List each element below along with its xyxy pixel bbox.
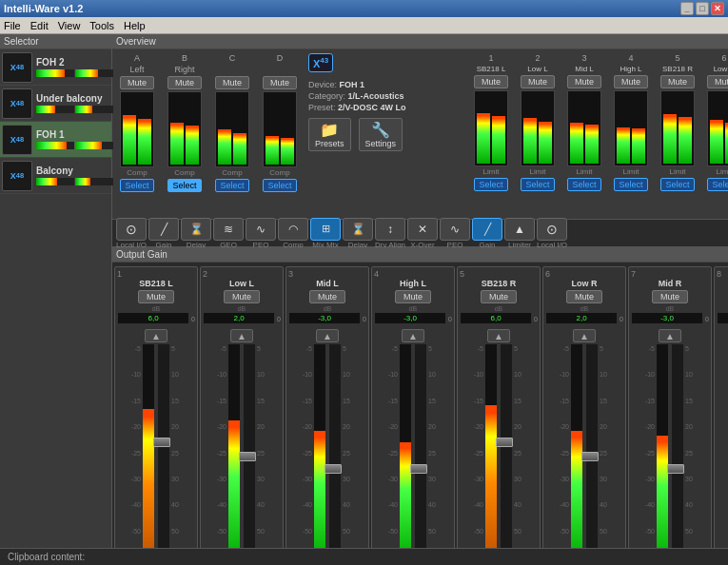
fader-up-6[interactable]: ▲ — [573, 329, 596, 342]
delay2-button[interactable]: ⌛ — [343, 218, 373, 241]
fader-handle-1[interactable] — [153, 438, 170, 447]
mute-out3[interactable]: Mute — [567, 75, 601, 88]
fader-up-3[interactable]: ▲ — [316, 329, 339, 342]
fader-track-5[interactable] — [500, 343, 513, 548]
fader-up-1[interactable]: ▲ — [145, 329, 167, 342]
mute-out4[interactable]: Mute — [614, 75, 648, 88]
mute-b[interactable]: Mute — [167, 76, 202, 89]
presets-button[interactable]: 📁 Presets — [308, 118, 351, 151]
fader-up-2[interactable]: ▲ — [230, 329, 253, 342]
menu-tools[interactable]: Tools — [89, 20, 114, 31]
fader-up-7[interactable]: ▲ — [659, 329, 681, 342]
fader-track-7[interactable] — [671, 343, 684, 548]
geq-button[interactable]: ≋ — [213, 218, 244, 241]
fader-meter-4 — [399, 343, 412, 548]
output-channel-8: 8 High R Mute dB -3,0 0 ▲ -5 -10 -15 -20… — [714, 266, 728, 548]
selector-item-balcony2[interactable]: X48 Balcony — [0, 158, 111, 194]
peq-left-button[interactable]: ∿ — [246, 218, 276, 241]
menu-help[interactable]: Help — [124, 20, 146, 31]
select-a[interactable]: Select — [120, 179, 154, 192]
mute-a[interactable]: Mute — [120, 76, 154, 89]
selector-item-foh2[interactable]: X48 FOH 2 — [0, 49, 111, 86]
mute-out-6[interactable]: Mute — [566, 290, 602, 303]
select-b[interactable]: Select — [167, 179, 202, 192]
fader-handle-5[interactable] — [496, 438, 513, 447]
output-channel-2: 2 Low L Mute dB 2,0 0 ▲ -5 -10 -15 -20 -… — [200, 266, 284, 548]
channel-c: C Mute Comp Select — [209, 53, 255, 215]
fader-track-3[interactable] — [328, 343, 342, 548]
mute-d[interactable]: Mute — [263, 76, 297, 89]
db-readout-5: 6,0 — [460, 312, 532, 324]
gain-button[interactable]: ╱ — [148, 218, 179, 241]
close-button[interactable]: ✕ — [711, 2, 724, 15]
device-name: FOH 1 — [340, 80, 365, 89]
main-layout: Selector X48 FOH 2 X48 Under balcony — [0, 34, 728, 548]
device-preset: 2/V-DOSC 4W Lo — [338, 103, 406, 112]
drv-align-button[interactable]: ↕ — [375, 218, 405, 241]
db-readout-7: -3,0 — [631, 312, 703, 324]
select-out1[interactable]: Select — [474, 178, 508, 191]
mute-out-2[interactable]: Mute — [224, 290, 260, 303]
limiter-button[interactable]: ▲ — [504, 218, 535, 241]
mute-out-4[interactable]: Mute — [395, 290, 431, 303]
delay-button[interactable]: ⌛ — [181, 218, 211, 241]
ch-num-3: 3 — [288, 269, 293, 279]
mute-out-5[interactable]: Mute — [481, 290, 517, 303]
fader-handle-6[interactable] — [581, 452, 599, 461]
select-c[interactable]: Select — [215, 179, 249, 192]
channel-b: B Right Mute Comp Select — [162, 53, 207, 215]
fader-up-4[interactable]: ▲ — [402, 329, 424, 342]
ch-num-5: 5 — [460, 269, 464, 279]
select-out4[interactable]: Select — [614, 178, 648, 191]
output-section: Output Gain ▪ ▪ 1 SB218 L Mute dB 6,0 0 … — [112, 247, 728, 548]
mute-out6[interactable]: Mute — [707, 75, 728, 88]
fader-handle-2[interactable] — [239, 452, 256, 461]
local-io-right-button[interactable]: ⊙ — [537, 218, 567, 241]
menu-file[interactable]: File — [4, 20, 21, 31]
mute-out1[interactable]: Mute — [474, 75, 508, 88]
meter-out2 — [521, 90, 555, 166]
peq-right-button[interactable]: ∿ — [440, 218, 470, 241]
x48-logo-3: X48 — [2, 125, 32, 155]
fader-track-6[interactable] — [585, 343, 599, 548]
menu-edit[interactable]: Edit — [30, 20, 49, 31]
select-out5[interactable]: Select — [660, 178, 695, 191]
fader-track-2[interactable] — [243, 343, 256, 548]
menu-view[interactable]: View — [58, 20, 81, 31]
selector-item-underbalcony[interactable]: X48 Under balcony — [0, 86, 111, 122]
out-ch-5-top: 5 SB218 R Mute Limit Select — [655, 53, 700, 215]
select-d[interactable]: Select — [263, 179, 297, 192]
select-out2[interactable]: Select — [521, 178, 555, 191]
x48-logo: X48 — [2, 52, 32, 83]
select-out6[interactable]: Select — [707, 178, 728, 191]
fader-up-5[interactable]: ▲ — [487, 329, 510, 342]
output-channel-7: 7 Mid R Mute dB -3,0 0 ▲ -5 -10 -15 -20 … — [628, 266, 712, 548]
mute-out-3[interactable]: Mute — [309, 290, 345, 303]
fader-handle-4[interactable] — [410, 464, 427, 474]
settings-button[interactable]: 🔧 Settings — [359, 118, 403, 151]
mute-out-1[interactable]: Mute — [138, 290, 174, 303]
mute-c[interactable]: Mute — [215, 76, 249, 89]
mix-mtx-button[interactable]: ⊞ — [310, 218, 341, 241]
out-ch-1-top: 1 SB218 L Mute Limit Select — [468, 53, 514, 215]
select-out3[interactable]: Select — [567, 178, 601, 191]
fader-handle-3[interactable] — [325, 464, 342, 474]
fader-handle-7[interactable] — [667, 464, 684, 474]
fader-track-4[interactable] — [414, 343, 427, 548]
maximize-button[interactable]: □ — [696, 2, 709, 15]
comp-button[interactable]: ◠ — [278, 218, 308, 241]
mute-out2[interactable]: Mute — [521, 75, 555, 88]
toolbar-delay: ⌛ Delay — [181, 218, 211, 249]
local-io-left-button[interactable]: ⊙ — [116, 218, 147, 241]
mute-out5[interactable]: Mute — [660, 75, 695, 88]
minimize-button[interactable]: _ — [680, 2, 694, 15]
selector-item-foh1[interactable]: X48 FOH 1 — [0, 122, 111, 158]
overview-panel: Overview A Left Mute Comp Select — [112, 34, 728, 548]
mute-out-7[interactable]: Mute — [652, 290, 688, 303]
gain-right-button[interactable]: ╱ — [472, 218, 502, 241]
output-channels-area: 1 SB218 L Mute dB 6,0 0 ▲ -5 -10 -15 -20… — [112, 263, 728, 548]
ch-num-1: 1 — [117, 269, 122, 279]
xover-button[interactable]: ✕ — [407, 218, 438, 241]
fader-track-1[interactable] — [157, 343, 170, 548]
output-channel-3: 3 Mid L Mute dB -3,0 0 ▲ -5 -10 -15 -20 … — [285, 266, 369, 548]
